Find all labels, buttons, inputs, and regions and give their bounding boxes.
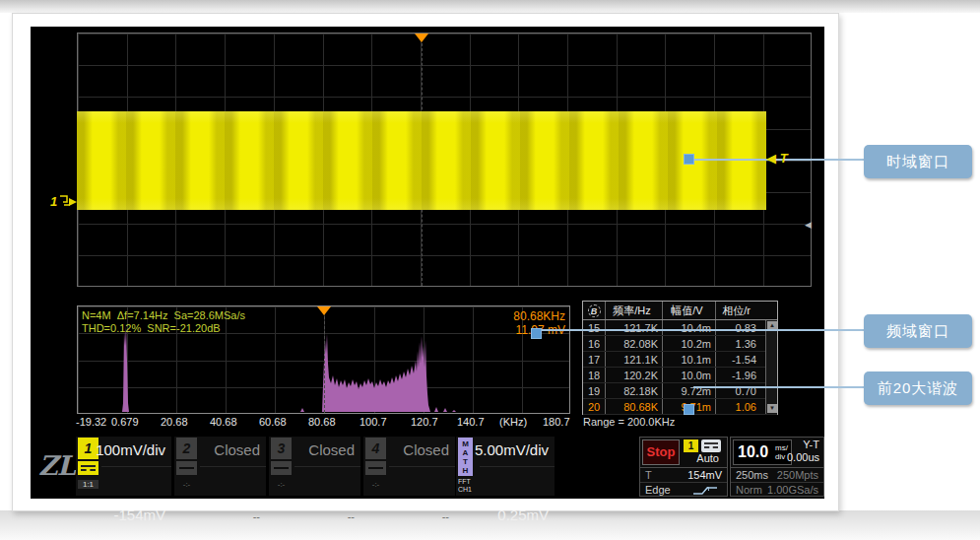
axis-tick-label: 180.7 — [543, 416, 570, 428]
trigger-level-value: 154mV — [687, 468, 722, 483]
ch1-scale: 100mV/div — [96, 441, 165, 458]
ch1-offset: -154mV — [113, 506, 165, 523]
table-row: 18120.2K10.0m-1.96 — [583, 368, 777, 383]
axis-tick-label: 100.7 — [359, 416, 387, 428]
ch3-coupling-icon — [271, 461, 292, 475]
bode-icon: B — [583, 302, 606, 319]
axis-tick-label: 60.68 — [259, 416, 287, 428]
trigger-letter: T — [780, 151, 788, 166]
trigger-position-marker[interactable] — [415, 34, 428, 42]
ch4-badge: 4 — [365, 438, 386, 459]
axis-unit-label: (KHz) — [499, 416, 527, 428]
page: 1 ◀ T ◀ N=4M Δf=7.14Hz Sa=28.6MSa/sTHD=0… — [0, 0, 980, 540]
axis-tick-label: 40.68 — [210, 416, 237, 428]
ch2-probe-ratio: -:- — [176, 480, 197, 489]
math-source: FFTCH1 — [458, 478, 478, 494]
axis-tick-label: 140.7 — [457, 416, 485, 428]
col-header-phase: 相位/r — [716, 302, 761, 319]
channel1-block[interactable]: 1 1:1 100mV/div -154mV — [76, 437, 171, 496]
fft-center-line — [324, 306, 325, 413]
channel3-block[interactable]: 3 -:- Closed -- — [269, 437, 360, 496]
axis-tick-label: 0.679 — [111, 416, 139, 428]
fft-axis-labels: -19.32 0.679 20.68 40.68 60.68 80.68 100… — [31, 416, 582, 430]
screenshot-card: 1 ◀ T ◀ N=4M Δf=7.14Hz Sa=28.6MSa/sTHD=0… — [12, 13, 839, 511]
fft-range-label: Range = 200.0KHz — [583, 416, 675, 428]
ch4-probe-ratio: -:- — [365, 480, 386, 489]
trigger-source-badge: 1 — [684, 439, 698, 452]
trigger-arrow-icon: ◀ — [766, 151, 776, 166]
ch3-scale: Closed — [308, 441, 355, 458]
ch2-offset: -- — [253, 510, 260, 522]
table-annotation-marker — [684, 404, 694, 415]
table-row: 1682.08K10.2m1.36 — [583, 336, 777, 352]
col-header-amplitude: 幅值/V — [663, 302, 716, 319]
callout-line-fft-window — [541, 329, 864, 331]
ch4-offset: -- — [442, 510, 449, 522]
trigger-level-label: T — [640, 469, 652, 481]
fft-annotation-marker — [531, 328, 542, 339]
ch2-badge: 2 — [176, 438, 197, 459]
trigger-mode: Auto — [696, 452, 719, 464]
sample-rate: 1.00GSa/s — [767, 483, 818, 498]
top-gradient-band — [0, 0, 980, 13]
table-row: 15121.7K10.4m0.83 — [583, 320, 777, 336]
trigger-type: Edge — [640, 484, 671, 496]
ch1-probe-ratio: 1:1 — [78, 480, 98, 489]
axis-tick-label: 120.7 — [411, 416, 438, 428]
memory-depth: 250Mpts — [777, 468, 818, 483]
fft-info-text: N=4M Δf=7.14Hz Sa=28.6MSa/sTHD=0.12% SNR… — [82, 309, 245, 335]
callout-line-harmonics — [693, 386, 864, 388]
ground-arrow-icon — [57, 194, 79, 207]
ch1-coupling-icon — [78, 461, 98, 475]
stop-button[interactable]: Stop — [642, 439, 680, 465]
callout-frequency-domain-window: 频域窗口 — [864, 314, 972, 348]
table-row-highlighted: 2080.68K9.71m1.06 — [583, 399, 777, 415]
ch3-badge: 3 — [271, 438, 292, 459]
table-row: 17121.1K10.1m-1.54 — [583, 352, 777, 368]
math-block[interactable]: MATH FFTCH1 5.00mV/div 0.25mV — [456, 437, 555, 496]
math-scale: 5.00mV/div — [475, 441, 549, 458]
ch4-coupling-icon — [365, 461, 386, 475]
status-toolbar: ZLG® 1 1:1 100mV/div -154mV 2 -:- Closed… — [31, 435, 824, 498]
time-annotation-marker — [684, 154, 694, 165]
fft-info-line1: N=4M Δf=7.14Hz Sa=28.6MSa/s — [82, 309, 245, 322]
col-header-frequency: 频率/Hz — [606, 302, 663, 319]
ch1-position-marker[interactable]: 1 — [50, 193, 79, 209]
channel4-block[interactable]: 4 -:- Closed -- — [363, 437, 455, 496]
fft-cursor-marker[interactable] — [317, 306, 331, 315]
harmonics-table: B 频率/Hz 幅值/V 相位/r 15121.7K10.4m0.83 1682… — [582, 301, 778, 415]
channel2-block[interactable]: 2 -:- Closed -- — [174, 437, 266, 496]
timebase-scale-box: 10.0 ms/div — [733, 439, 792, 465]
callout-top20-harmonics: 前20大谐波 — [864, 371, 972, 405]
timebase-block[interactable]: 10.0 ms/div Y-T0.00us 250ms250Mpts Norm1… — [730, 437, 824, 497]
fft-info-line2: THD=0.12% SNR=-21.20dB — [82, 322, 245, 335]
harmonics-table-header: B 频率/Hz 幅值/V 相位/r — [583, 302, 777, 320]
ch3-probe-ratio: -:- — [271, 480, 292, 489]
axis-tick-label: 20.68 — [161, 416, 188, 428]
fft-readout-frequency: 80.68KHz — [513, 309, 565, 323]
ch2-scale: Closed — [214, 441, 260, 458]
panel-expand-icon[interactable]: ◀ — [805, 220, 812, 230]
math-tab: MATH — [458, 438, 473, 476]
trigger-delay: 0.00us — [787, 451, 819, 463]
ch1-marker-label: 1 — [50, 194, 57, 209]
oscilloscope-screen: 1 ◀ T ◀ N=4M Δf=7.14Hz Sa=28.6MSa/sTHD=0… — [31, 27, 824, 499]
axis-tick-label: 80.68 — [308, 416, 336, 428]
trigger-coupling-icon — [701, 439, 721, 452]
acquisition-mode: Norm — [731, 484, 762, 496]
fft-window: N=4M Δf=7.14Hz Sa=28.6MSa/sTHD=0.12% SNR… — [77, 305, 570, 414]
trigger-level-marker[interactable]: ◀ T — [766, 151, 788, 166]
axis-tick-label: -19.32 — [76, 416, 106, 428]
table-scrollbar[interactable]: ▲ ▼ — [765, 320, 777, 414]
callout-time-domain-window: 时域窗口 — [864, 145, 972, 178]
scroll-down-icon[interactable]: ▼ — [767, 404, 777, 413]
capture-window: 250ms — [731, 469, 768, 481]
display-mode: Y-T0.00us — [787, 439, 819, 464]
trigger-block[interactable]: Stop 1 Auto T154mV Edge — [639, 437, 728, 497]
ch2-coupling-icon — [176, 461, 197, 475]
ch4-scale: Closed — [403, 441, 449, 458]
rising-edge-icon — [691, 485, 719, 497]
math-offset: 0.25mV — [497, 506, 549, 523]
ch1-waveform — [77, 111, 766, 210]
ch3-offset: -- — [348, 510, 355, 522]
